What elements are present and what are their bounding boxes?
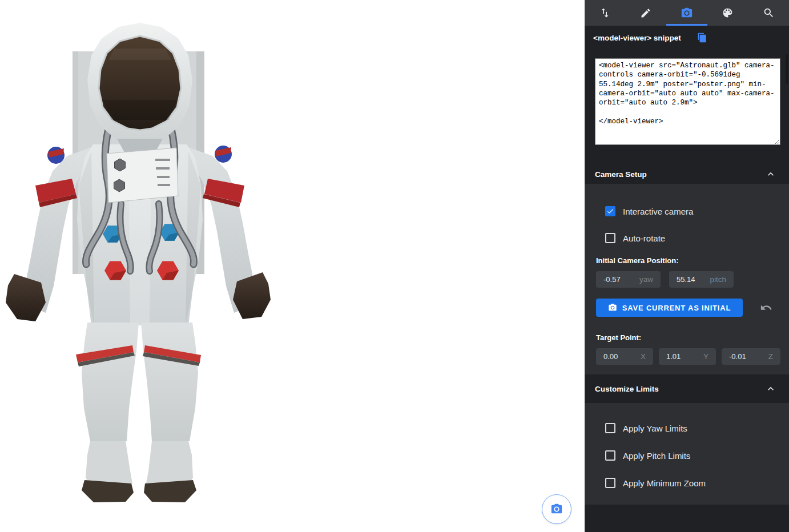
camera-setup-header[interactable]: Camera Setup xyxy=(585,164,789,184)
tab-edit[interactable] xyxy=(626,0,667,26)
chevron-up-icon xyxy=(765,168,776,180)
target-x-input[interactable]: 0.00 X xyxy=(596,348,653,365)
camera-icon xyxy=(608,303,617,312)
astronaut-model xyxy=(0,14,285,517)
panel-footer xyxy=(585,505,789,532)
editor-panel: <model-viewer> snippet <model-viewer src… xyxy=(585,0,789,532)
auto-rotate-row: Auto-rotate xyxy=(605,231,665,245)
target-x-value: 0.00 xyxy=(603,352,618,361)
panel-tabbar xyxy=(585,0,789,26)
snippet-title: <model-viewer> snippet xyxy=(593,34,681,42)
undo-button[interactable] xyxy=(759,300,774,315)
pitch-value: 55.14 xyxy=(677,275,695,284)
save-current-as-initial-button[interactable]: SAVE CURRENT AS INITIAL xyxy=(596,299,743,317)
save-button-label: SAVE CURRENT AS INITIAL xyxy=(622,304,731,312)
interactive-camera-label: Interactive camera xyxy=(623,207,693,216)
undo-icon xyxy=(760,301,772,314)
apply-pitch-limits-label: Apply Pitch Limits xyxy=(623,451,690,461)
target-z-input[interactable]: -0.01 Z xyxy=(722,348,780,365)
tab-materials[interactable] xyxy=(707,0,748,26)
target-point-label: Target Point: xyxy=(596,333,641,342)
yaw-input[interactable]: -0.57 yaw xyxy=(596,271,661,288)
target-z-value: -0.01 xyxy=(729,352,746,361)
pitch-suffix: pitch xyxy=(710,275,726,284)
target-y-value: 1.01 xyxy=(666,352,681,361)
astronaut-boots xyxy=(82,441,196,502)
model-viewport[interactable] xyxy=(0,0,585,532)
apply-pitch-limits-row: Apply Pitch Limits xyxy=(605,449,690,462)
astronaut-chest-panel xyxy=(107,148,178,203)
search-icon xyxy=(763,7,775,19)
tab-camera[interactable] xyxy=(666,0,707,26)
apply-minimum-zoom-label: Apply Minimum Zoom xyxy=(623,478,706,488)
check-icon xyxy=(606,207,614,215)
palette-icon xyxy=(722,7,734,19)
snippet-section: <model-viewer> snippet <model-viewer src… xyxy=(585,26,789,164)
yaw-value: -0.57 xyxy=(603,275,621,284)
tab-import-export[interactable] xyxy=(585,0,626,26)
customize-limits-header[interactable]: Customize Limits xyxy=(585,374,789,403)
snippet-code-textarea[interactable]: <model-viewer src="Astronaut.glb" camera… xyxy=(595,58,780,145)
camera-icon xyxy=(681,7,693,19)
initial-camera-position-label: Initial Camera Position: xyxy=(596,256,678,265)
auto-rotate-checkbox[interactable] xyxy=(605,233,615,243)
apply-yaw-limits-checkbox[interactable] xyxy=(605,423,615,433)
target-z-suffix: Z xyxy=(768,352,773,361)
download-poster-button[interactable] xyxy=(542,494,571,524)
target-y-input[interactable]: 1.01 Y xyxy=(659,348,716,365)
target-y-suffix: Y xyxy=(703,352,709,361)
astronaut-legs xyxy=(76,323,201,441)
copy-snippet-button[interactable] xyxy=(697,32,708,43)
pencil-icon xyxy=(640,7,651,19)
chevron-up-icon xyxy=(765,383,776,394)
auto-rotate-label: Auto-rotate xyxy=(623,233,665,243)
apply-minimum-zoom-checkbox[interactable] xyxy=(605,478,615,488)
camera-setup-body: Interactive camera Auto-rotate Initial C… xyxy=(585,184,789,374)
apply-yaw-limits-row: Apply Yaw Limits xyxy=(605,421,687,435)
interactive-camera-row: Interactive camera xyxy=(605,204,693,218)
customize-limits-title: Customize Limits xyxy=(595,385,659,393)
pitch-input[interactable]: 55.14 pitch xyxy=(669,271,734,288)
interactive-camera-checkbox[interactable] xyxy=(605,206,615,216)
apply-minimum-zoom-row: Apply Minimum Zoom xyxy=(605,476,706,490)
copy-icon xyxy=(697,33,707,43)
import-export-icon xyxy=(599,7,611,19)
target-x-suffix: X xyxy=(641,352,646,361)
apply-yaw-limits-label: Apply Yaw Limits xyxy=(623,424,687,433)
camera-setup-title: Camera Setup xyxy=(595,170,647,179)
apply-pitch-limits-checkbox[interactable] xyxy=(605,450,615,461)
panel-scrollbar[interactable] xyxy=(786,54,788,84)
snippet-header: <model-viewer> snippet xyxy=(593,32,708,43)
customize-limits-body: Apply Yaw Limits Apply Pitch Limits Appl… xyxy=(585,403,789,505)
camera-icon xyxy=(550,503,563,515)
yaw-suffix: yaw xyxy=(639,275,653,284)
tab-inspect[interactable] xyxy=(748,0,789,26)
